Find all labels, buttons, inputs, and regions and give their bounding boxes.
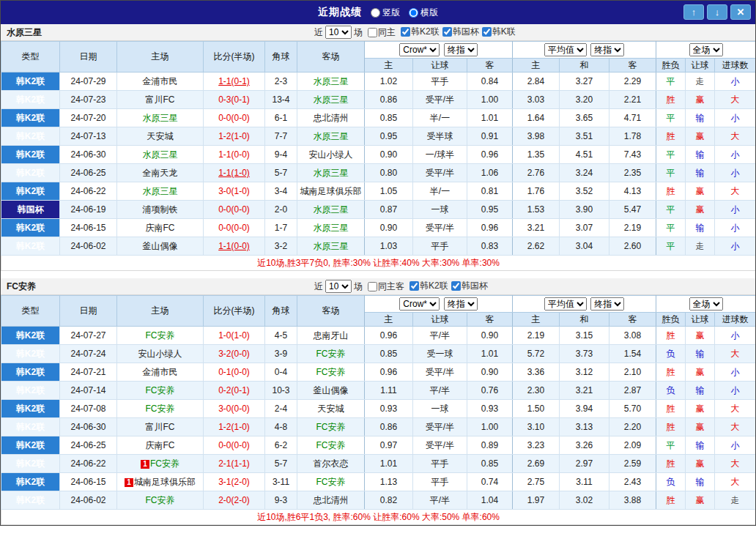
match-date: 24-06-25 [60, 436, 117, 455]
asia-home-odds: 0.80 [365, 164, 413, 182]
result-winlose: 平 [656, 237, 686, 256]
asia-time-select[interactable]: 终指 [444, 43, 478, 56]
euro-company-select[interactable]: 平均值 [544, 43, 587, 56]
col-asia-away: 客 [467, 59, 513, 73]
euro-draw-odds: 3.24 [560, 164, 609, 182]
asia-away-odds: 1.01 [467, 109, 513, 127]
result-goals: 小 [715, 201, 756, 219]
asia-company-select[interactable]: Crow* [399, 297, 440, 311]
match-score: 0-0(0-0) [204, 219, 265, 237]
league-filter-checkbox-input[interactable] [451, 281, 461, 291]
asia-time-select[interactable]: 终指 [444, 297, 478, 311]
result-goals: 小 [715, 146, 756, 164]
league-filter-checkbox[interactable]: 韩K2联 [401, 26, 440, 38]
match-row: 韩K2联24-06-15庆南FC0-0(0-0)1-7水原三星0.90受平/半0… [1, 219, 756, 237]
col-header-score: 比分(半场) [204, 42, 265, 73]
team-label: FC安养 [146, 404, 175, 414]
same-venue-checkbox-input[interactable] [368, 28, 377, 37]
summary-row: 近10场,胜3平7负0, 胜率:30% 让胜率:40% 大率:30% 单率:30… [1, 256, 756, 271]
same-venue-checkbox-input[interactable] [368, 282, 377, 291]
match-date: 24-06-30 [60, 418, 117, 436]
record-summary: 近10场,胜6平1负3, 胜率:60% 让胜率:60% 大率:50% 单率:60… [1, 510, 756, 525]
euro-draw-odds: 3.65 [560, 109, 609, 127]
league-filter-checkbox[interactable]: 韩国杯 [451, 280, 488, 292]
close-button[interactable]: ✕ [730, 4, 751, 20]
recent-count-select[interactable]: 10 [325, 26, 352, 39]
col-header-type: 类型 [1, 42, 60, 73]
same-venue-checkbox[interactable]: 同主 [368, 26, 396, 39]
match-score[interactable]: 1-1(0-0) [204, 237, 265, 256]
euro-draw-odds: 3.15 [560, 327, 609, 345]
league-filter-checkbox-input[interactable] [401, 27, 410, 37]
match-score: 0-0(0-0) [204, 201, 265, 219]
match-score: 0-2(0-1) [204, 382, 265, 400]
match-date: 24-07-29 [60, 73, 117, 91]
asia-away-odds: 0.96 [467, 219, 513, 237]
home-team: FC安养 [117, 327, 204, 345]
league-filter-checkbox-input[interactable] [482, 27, 492, 37]
euro-company-select[interactable]: 平均值 [544, 297, 587, 311]
layout-vertical-radio-input[interactable] [371, 8, 380, 18]
league-filter-checkbox[interactable]: 韩K2联 [410, 280, 448, 292]
match-score: 0-1(0-0) [204, 363, 265, 382]
match-score[interactable]: 1-1(0-1) [204, 73, 265, 91]
title-bar: 近期战绩 竖版 横版 ↑ ↓ ✕ [1, 1, 755, 24]
league-filter-checkbox[interactable]: 韩K联 [482, 26, 516, 38]
move-up-button[interactable]: ↑ [683, 4, 704, 20]
match-date: 24-06-02 [60, 491, 117, 510]
home-team: 富川FC [117, 418, 204, 436]
match-row: 韩K2联24-06-22水原三星3-0(1-0)3-4城南足球俱乐部1.05半/… [1, 182, 756, 201]
home-team: 水原三星 [117, 146, 204, 164]
match-row: 韩K2联24-07-20水原三星0-0(0-0)6-1忠北清州0.85半/一1.… [1, 109, 756, 127]
same-venue-checkbox[interactable]: 同主客 [368, 280, 404, 293]
near-label: 近 [314, 26, 323, 39]
euro-away-odds: 2.10 [609, 363, 656, 382]
asia-home-odds: 0.95 [365, 127, 413, 146]
scope-select[interactable]: 全场 [689, 43, 723, 56]
layout-vertical-radio[interactable]: 竖版 [371, 7, 400, 19]
result-handicap: 赢 [686, 201, 715, 219]
match-row: 韩K2联24-06-25全南天龙1-1(1-0)5-7水原三星0.80受平/半1… [1, 164, 756, 182]
team-label: 水原三星 [143, 113, 178, 123]
home-team: 富川FC [117, 91, 204, 109]
match-score: 3-0(0-0) [204, 400, 265, 418]
league-filter-checkbox-input[interactable] [410, 281, 419, 291]
team-label: 水原三星 [314, 168, 349, 178]
asia-away-odds: 0.85 [467, 455, 513, 473]
asia-company-select[interactable]: Crow* [399, 43, 440, 56]
match-score: 3-1(2-0) [204, 473, 265, 491]
scope-select[interactable]: 全场 [689, 297, 723, 311]
match-type: 韩国杯 [1, 201, 60, 219]
red-card-badge: 1 [141, 460, 149, 469]
asia-home-odds: 1.13 [365, 473, 413, 491]
team-label: 安山小绿人 [138, 349, 182, 359]
asia-home-odds: 0.85 [365, 345, 413, 363]
result-winlose: 平 [656, 219, 686, 237]
close-icon: ✕ [737, 7, 745, 18]
move-down-button[interactable]: ↓ [707, 4, 727, 20]
col-asia-handicap: 让球 [413, 313, 467, 327]
matches-label: 场 [354, 280, 363, 293]
asia-handicap: 一球 [413, 400, 467, 418]
col-result: 胜负 [656, 313, 686, 327]
euro-time-select[interactable]: 终指 [590, 43, 624, 56]
league-filter-checkbox-input[interactable] [442, 27, 452, 37]
team-label: 水原三星 [314, 241, 349, 251]
away-team: 忠北清州 [297, 109, 365, 127]
layout-horizontal-radio[interactable]: 横版 [409, 7, 438, 19]
euro-home-odds: 5.72 [513, 345, 560, 363]
euro-home-odds: 2.19 [513, 327, 560, 345]
col-handicap-result: 让球 [686, 59, 715, 73]
euro-away-odds: 2.20 [609, 418, 656, 436]
layout-horizontal-radio-input[interactable] [409, 8, 418, 18]
recent-count-select[interactable]: 10 [325, 280, 352, 293]
away-team: FC安养 [297, 345, 365, 363]
league-filter-checkbox[interactable]: 韩国杯 [442, 26, 479, 38]
match-row: 韩K2联24-06-30水原三星1-1(0-0)9-4安山小绿人0.90一/球半… [1, 146, 756, 164]
euro-time-select[interactable]: 终指 [590, 297, 624, 311]
match-score[interactable]: 1-1(1-0) [204, 164, 265, 182]
euro-away-odds: 7.43 [609, 146, 656, 164]
result-handicap: 输 [686, 146, 715, 164]
match-type: 韩K2联 [1, 436, 60, 455]
asia-home-odds: 0.96 [365, 327, 413, 345]
